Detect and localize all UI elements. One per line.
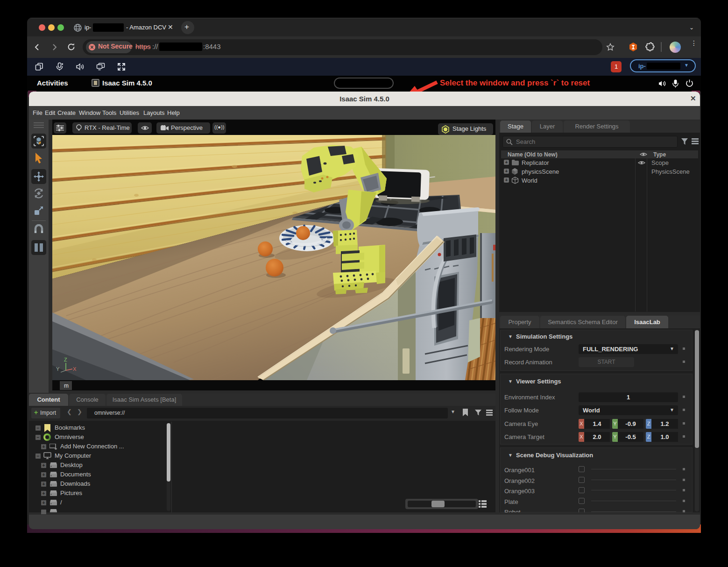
svg-text:Z: Z <box>64 357 67 362</box>
svg-text:X: X <box>73 366 77 372</box>
svg-text:Y: Y <box>56 366 60 372</box>
svg-text:m: m <box>64 383 69 389</box>
